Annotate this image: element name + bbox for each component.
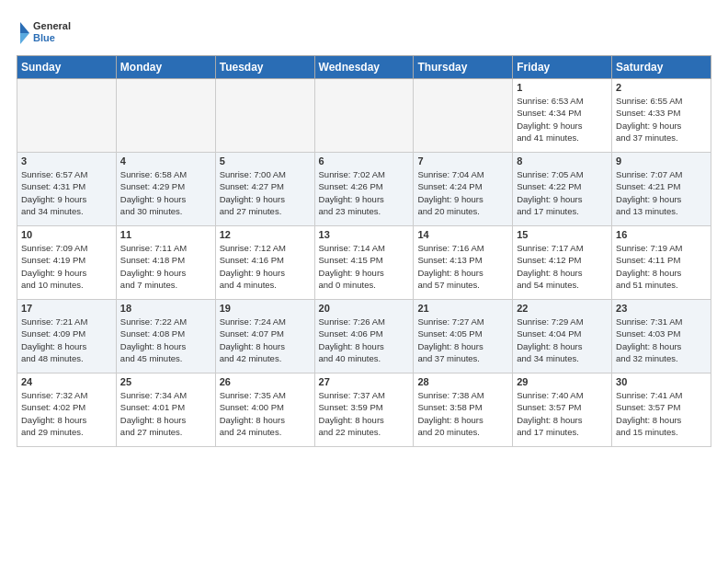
calendar-cell: 14Sunrise: 7:16 AM Sunset: 4:13 PM Dayli… <box>414 226 513 300</box>
day-number: 11 <box>120 229 211 240</box>
day-number: 25 <box>120 376 211 387</box>
calendar-cell: 20Sunrise: 7:26 AM Sunset: 4:06 PM Dayli… <box>314 300 414 373</box>
calendar-cell: 17Sunrise: 7:21 AM Sunset: 4:09 PM Dayli… <box>17 300 117 373</box>
page: General Blue SundayMondayTuesdayWednesda… <box>0 0 728 458</box>
day-info: Sunrise: 6:57 AM Sunset: 4:31 PM Dayligh… <box>21 168 112 217</box>
day-number: 9 <box>616 155 707 167</box>
calendar-cell <box>215 79 314 153</box>
calendar-cell: 21Sunrise: 7:27 AM Sunset: 4:05 PM Dayli… <box>414 300 513 373</box>
calendar-cell: 22Sunrise: 7:29 AM Sunset: 4:04 PM Dayli… <box>513 300 612 373</box>
day-info: Sunrise: 7:40 AM Sunset: 3:57 PM Dayligh… <box>517 389 608 438</box>
svg-marker-3 <box>20 33 29 44</box>
day-number: 2 <box>616 82 707 93</box>
weekday-tuesday: Tuesday <box>215 56 314 79</box>
calendar-cell: 5Sunrise: 7:00 AM Sunset: 4:27 PM Daylig… <box>215 153 314 226</box>
day-info: Sunrise: 7:34 AM Sunset: 4:01 PM Dayligh… <box>120 389 211 438</box>
day-info: Sunrise: 7:31 AM Sunset: 4:03 PM Dayligh… <box>616 316 707 364</box>
calendar-cell: 29Sunrise: 7:40 AM Sunset: 3:57 PM Dayli… <box>513 373 612 447</box>
day-number: 12 <box>220 229 311 240</box>
day-number: 26 <box>220 376 311 387</box>
day-info: Sunrise: 7:02 AM Sunset: 4:26 PM Dayligh… <box>319 168 410 217</box>
calendar-cell: 12Sunrise: 7:12 AM Sunset: 4:16 PM Dayli… <box>215 226 314 300</box>
week-row-5: 24Sunrise: 7:32 AM Sunset: 4:02 PM Dayli… <box>17 373 711 447</box>
day-number: 15 <box>517 229 608 240</box>
day-info: Sunrise: 7:26 AM Sunset: 4:06 PM Dayligh… <box>319 316 410 364</box>
calendar-table: SundayMondayTuesdayWednesdayThursdayFrid… <box>17 55 711 447</box>
day-info: Sunrise: 7:16 AM Sunset: 4:13 PM Dayligh… <box>417 242 508 291</box>
day-info: Sunrise: 6:58 AM Sunset: 4:29 PM Dayligh… <box>120 168 211 217</box>
day-info: Sunrise: 7:05 AM Sunset: 4:22 PM Dayligh… <box>517 168 608 217</box>
week-row-4: 17Sunrise: 7:21 AM Sunset: 4:09 PM Dayli… <box>17 300 711 373</box>
day-number: 4 <box>120 155 211 167</box>
calendar-cell: 25Sunrise: 7:34 AM Sunset: 4:01 PM Dayli… <box>116 373 215 447</box>
day-info: Sunrise: 7:12 AM Sunset: 4:16 PM Dayligh… <box>220 242 311 291</box>
day-info: Sunrise: 7:09 AM Sunset: 4:19 PM Dayligh… <box>21 242 112 291</box>
day-number: 14 <box>417 229 508 240</box>
week-row-3: 10Sunrise: 7:09 AM Sunset: 4:19 PM Dayli… <box>17 226 711 300</box>
day-number: 20 <box>319 303 410 314</box>
svg-text:General: General <box>33 20 71 31</box>
day-number: 28 <box>417 376 508 387</box>
calendar-cell <box>414 79 513 153</box>
day-info: Sunrise: 7:27 AM Sunset: 4:05 PM Dayligh… <box>417 316 508 364</box>
logo: General Blue <box>17 17 72 50</box>
week-row-1: 1Sunrise: 6:53 AM Sunset: 4:34 PM Daylig… <box>17 79 711 153</box>
day-number: 6 <box>319 155 410 167</box>
calendar-cell: 1Sunrise: 6:53 AM Sunset: 4:34 PM Daylig… <box>513 79 612 153</box>
calendar-cell: 6Sunrise: 7:02 AM Sunset: 4:26 PM Daylig… <box>314 153 414 226</box>
day-number: 19 <box>220 303 311 314</box>
svg-marker-2 <box>20 22 29 33</box>
calendar-cell: 30Sunrise: 7:41 AM Sunset: 3:57 PM Dayli… <box>612 373 711 447</box>
day-number: 3 <box>21 155 112 167</box>
day-number: 29 <box>517 376 608 387</box>
day-number: 10 <box>21 229 112 240</box>
weekday-wednesday: Wednesday <box>314 56 414 79</box>
calendar-cell: 10Sunrise: 7:09 AM Sunset: 4:19 PM Dayli… <box>17 226 117 300</box>
day-number: 23 <box>616 303 707 314</box>
calendar-cell <box>116 79 215 153</box>
day-info: Sunrise: 7:11 AM Sunset: 4:18 PM Dayligh… <box>120 242 211 291</box>
day-info: Sunrise: 7:41 AM Sunset: 3:57 PM Dayligh… <box>616 389 707 438</box>
calendar-cell: 27Sunrise: 7:37 AM Sunset: 3:59 PM Dayli… <box>314 373 414 447</box>
calendar-cell: 7Sunrise: 7:04 AM Sunset: 4:24 PM Daylig… <box>414 153 513 226</box>
calendar-cell: 26Sunrise: 7:35 AM Sunset: 4:00 PM Dayli… <box>215 373 314 447</box>
weekday-friday: Friday <box>513 56 612 79</box>
day-number: 7 <box>417 155 508 167</box>
day-number: 27 <box>319 376 410 387</box>
day-number: 22 <box>517 303 608 314</box>
day-info: Sunrise: 6:53 AM Sunset: 4:34 PM Dayligh… <box>517 95 608 144</box>
day-number: 18 <box>120 303 211 314</box>
day-number: 5 <box>220 155 311 167</box>
calendar-cell: 9Sunrise: 7:07 AM Sunset: 4:21 PM Daylig… <box>612 153 711 226</box>
weekday-sunday: Sunday <box>17 56 117 79</box>
calendar-cell: 16Sunrise: 7:19 AM Sunset: 4:11 PM Dayli… <box>612 226 711 300</box>
calendar-cell: 2Sunrise: 6:55 AM Sunset: 4:33 PM Daylig… <box>612 79 711 153</box>
day-info: Sunrise: 7:14 AM Sunset: 4:15 PM Dayligh… <box>319 242 410 291</box>
calendar-cell: 18Sunrise: 7:22 AM Sunset: 4:08 PM Dayli… <box>116 300 215 373</box>
day-info: Sunrise: 7:04 AM Sunset: 4:24 PM Dayligh… <box>417 168 508 217</box>
calendar-cell: 24Sunrise: 7:32 AM Sunset: 4:02 PM Dayli… <box>17 373 117 447</box>
logo-svg: General Blue <box>17 17 72 50</box>
calendar-cell: 11Sunrise: 7:11 AM Sunset: 4:18 PM Dayli… <box>116 226 215 300</box>
calendar-cell <box>17 79 117 153</box>
calendar-cell: 23Sunrise: 7:31 AM Sunset: 4:03 PM Dayli… <box>612 300 711 373</box>
day-number: 1 <box>517 82 608 93</box>
day-info: Sunrise: 7:00 AM Sunset: 4:27 PM Dayligh… <box>220 168 311 217</box>
weekday-header-row: SundayMondayTuesdayWednesdayThursdayFrid… <box>17 56 711 79</box>
day-info: Sunrise: 7:37 AM Sunset: 3:59 PM Dayligh… <box>319 389 410 438</box>
day-info: Sunrise: 7:35 AM Sunset: 4:00 PM Dayligh… <box>220 389 311 438</box>
day-info: Sunrise: 7:22 AM Sunset: 4:08 PM Dayligh… <box>120 316 211 364</box>
day-number: 8 <box>517 155 608 167</box>
day-number: 17 <box>21 303 112 314</box>
day-number: 24 <box>21 376 112 387</box>
weekday-saturday: Saturday <box>612 56 711 79</box>
calendar-cell: 3Sunrise: 6:57 AM Sunset: 4:31 PM Daylig… <box>17 153 117 226</box>
day-number: 21 <box>417 303 508 314</box>
day-info: Sunrise: 7:29 AM Sunset: 4:04 PM Dayligh… <box>517 316 608 364</box>
weekday-monday: Monday <box>116 56 215 79</box>
calendar-cell: 28Sunrise: 7:38 AM Sunset: 3:58 PM Dayli… <box>414 373 513 447</box>
calendar-cell: 15Sunrise: 7:17 AM Sunset: 4:12 PM Dayli… <box>513 226 612 300</box>
day-info: Sunrise: 7:17 AM Sunset: 4:12 PM Dayligh… <box>517 242 608 291</box>
calendar-cell: 4Sunrise: 6:58 AM Sunset: 4:29 PM Daylig… <box>116 153 215 226</box>
calendar-cell: 8Sunrise: 7:05 AM Sunset: 4:22 PM Daylig… <box>513 153 612 226</box>
